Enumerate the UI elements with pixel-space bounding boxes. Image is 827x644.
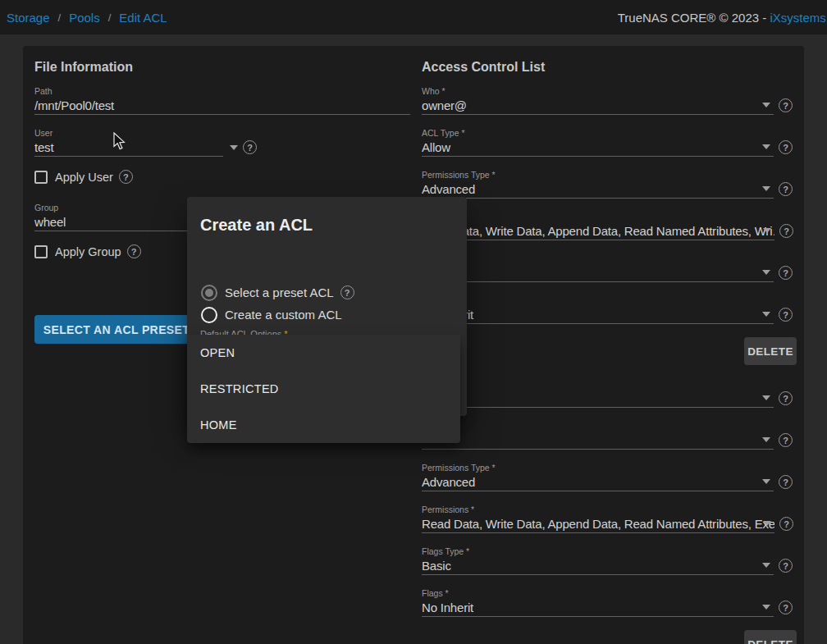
- radio-unselected-icon: [201, 307, 217, 323]
- path-label: Path: [34, 86, 410, 97]
- chevron-down-icon[interactable]: [762, 479, 770, 484]
- permissions-type-select[interactable]: Advanced: [422, 180, 774, 199]
- apply-group-label: Apply Group: [55, 245, 121, 258]
- help-icon[interactable]: ?: [779, 308, 793, 322]
- path-input[interactable]: /mnt/Pool0/test: [34, 97, 410, 115]
- chevron-down-icon[interactable]: [762, 103, 770, 107]
- help-icon[interactable]: ?: [340, 285, 354, 299]
- select-preset-acl-radio[interactable]: Select a preset ACL ?: [201, 281, 454, 304]
- permissions-select[interactable]: Read Data, Write Data, Append Data, Read…: [422, 515, 774, 533]
- radio-label: Create a custom ACL: [225, 308, 342, 322]
- copyright-text: TrueNAS CORE® © 2023 -: [618, 11, 770, 25]
- flags-select[interactable]: No Inherit: [422, 306, 774, 324]
- help-icon[interactable]: ?: [779, 182, 793, 196]
- acl-who-field: Who * owner@ ?: [422, 86, 793, 115]
- acl-who-field: ?: [422, 379, 793, 408]
- help-icon[interactable]: ?: [779, 224, 793, 238]
- field-label: [422, 253, 793, 264]
- flags-field: Flags * No Inherit ?: [422, 588, 793, 617]
- delete-acl-entry-button[interactable]: DELETE: [744, 337, 797, 365]
- permissions-type-field: Permissions Type * Advanced ?: [422, 463, 793, 491]
- file-information-title: File Information: [34, 59, 410, 75]
- select-acl-preset-button[interactable]: SELECT AN ACL PRESET: [34, 315, 199, 344]
- breadcrumb-separator: /: [58, 11, 62, 24]
- create-custom-acl-radio[interactable]: Create a custom ACL: [201, 304, 454, 326]
- field-label: Flags *: [422, 588, 793, 599]
- permissions-field: Permissions * Read Data, Write Data, App…: [422, 505, 793, 533]
- acl-entry-actions: DELETE: [422, 630, 793, 644]
- help-icon[interactable]: ?: [119, 170, 133, 184]
- field-label: Permissions Type *: [422, 463, 793, 473]
- permissions-select[interactable]: Read Data, Write Data, Append Data, Read…: [422, 222, 774, 240]
- flags-type-select[interactable]: Basic: [422, 264, 774, 282]
- help-icon[interactable]: ?: [779, 266, 793, 280]
- acl-type-select[interactable]: [422, 432, 774, 450]
- ixsystems-link[interactable]: iXsystems,: [770, 11, 827, 25]
- chevron-down-icon[interactable]: [762, 437, 770, 442]
- radio-selected-icon: [201, 285, 217, 301]
- user-field-block: User test ?: [34, 128, 410, 157]
- acl-entry-actions: DELETE: [422, 337, 793, 365]
- field-label: [422, 379, 793, 390]
- permissions-type-select[interactable]: Advanced: [422, 473, 774, 491]
- chevron-down-icon[interactable]: [762, 395, 770, 400]
- chevron-down-icon[interactable]: [762, 270, 770, 275]
- help-icon[interactable]: ?: [779, 98, 793, 112]
- acl-type-field: ?: [422, 421, 793, 450]
- breadcrumb-edit-acl[interactable]: Edit ACL: [119, 11, 167, 25]
- help-icon[interactable]: ?: [779, 559, 793, 573]
- field-label: Permissions Type *: [422, 170, 793, 180]
- menu-option-open[interactable]: OPEN: [187, 335, 460, 371]
- chevron-down-icon[interactable]: [230, 145, 238, 150]
- help-icon[interactable]: ?: [243, 140, 257, 154]
- user-label: User: [34, 128, 410, 139]
- acl-type-field: ACL Type * Allow ?: [422, 128, 793, 157]
- radio-label: Select a preset ACL: [225, 285, 334, 299]
- permissions-field: Read Data, Write Data, Append Data, Read…: [422, 212, 793, 240]
- who-select[interactable]: owner@: [422, 97, 774, 115]
- menu-option-restricted[interactable]: RESTRICTED: [187, 371, 460, 407]
- breadcrumb-storage[interactable]: Storage: [7, 11, 50, 25]
- brand-text: TrueNAS CORE® © 2023 - iXsystems,: [618, 0, 827, 34]
- apply-user-checkbox[interactable]: [34, 171, 48, 184]
- permissions-type-field: Permissions Type * Advanced ?: [422, 170, 793, 199]
- breadcrumb-pools[interactable]: Pools: [69, 11, 100, 25]
- field-label: Who *: [422, 86, 793, 97]
- chevron-down-icon[interactable]: [763, 521, 771, 526]
- acl-preset-dropdown-menu: OPEN RESTRICTED HOME: [187, 335, 460, 443]
- user-select[interactable]: test: [34, 139, 223, 157]
- chevron-down-icon[interactable]: [762, 605, 770, 610]
- chevron-down-icon[interactable]: [762, 144, 770, 149]
- field-label: [422, 212, 793, 222]
- flags-type-select[interactable]: Basic: [422, 557, 774, 575]
- chevron-down-icon[interactable]: [762, 186, 770, 191]
- apply-group-checkbox[interactable]: [34, 245, 48, 258]
- field-label: ACL Type *: [422, 128, 793, 139]
- apply-user-label: Apply User: [55, 171, 113, 184]
- flags-field: No Inherit ?: [422, 295, 793, 324]
- help-icon[interactable]: ?: [779, 517, 793, 531]
- apply-user-row: Apply User ?: [34, 170, 410, 184]
- chevron-down-icon[interactable]: [762, 312, 770, 317]
- field-label: Permissions *: [422, 505, 793, 515]
- flags-select[interactable]: No Inherit: [422, 599, 774, 617]
- help-icon[interactable]: ?: [779, 391, 793, 405]
- top-bar: Storage / Pools / Edit ACL TrueNAS CORE®…: [0, 0, 827, 34]
- help-icon[interactable]: ?: [779, 433, 793, 447]
- flags-type-field: Basic ?: [422, 253, 793, 282]
- acl-type-select[interactable]: Allow: [422, 139, 774, 157]
- help-icon[interactable]: ?: [779, 140, 793, 154]
- help-icon[interactable]: ?: [779, 475, 793, 489]
- field-label: [422, 295, 793, 306]
- who-select[interactable]: [422, 390, 774, 408]
- help-icon[interactable]: ?: [127, 244, 141, 258]
- access-control-list-section: Access Control List Who * owner@ ? ACL T…: [422, 59, 793, 644]
- menu-option-home[interactable]: HOME: [187, 407, 460, 443]
- breadcrumb-separator: /: [108, 11, 112, 24]
- dialog-title: Create an ACL: [200, 215, 454, 235]
- help-icon[interactable]: ?: [779, 601, 793, 614]
- chevron-down-icon[interactable]: [763, 228, 771, 233]
- delete-acl-entry-button[interactable]: DELETE: [744, 630, 797, 644]
- chevron-down-icon[interactable]: [762, 563, 770, 568]
- field-label: [422, 421, 793, 432]
